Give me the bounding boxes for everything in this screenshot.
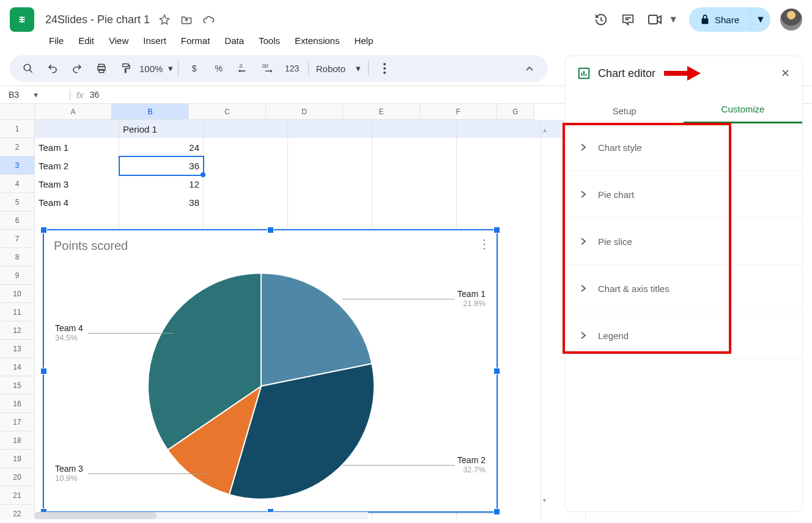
menu-format[interactable]: Format bbox=[175, 33, 216, 48]
tab-setup[interactable]: Setup bbox=[565, 106, 684, 123]
row-header[interactable]: 12 bbox=[0, 321, 35, 340]
cell[interactable] bbox=[457, 138, 541, 157]
row-header[interactable]: 6 bbox=[0, 211, 35, 230]
cell[interactable]: Period 1 bbox=[119, 120, 204, 139]
row-header[interactable]: 13 bbox=[0, 340, 35, 358]
close-editor-icon[interactable]: ✕ bbox=[781, 67, 790, 80]
row-header[interactable]: 9 bbox=[0, 266, 35, 285]
cell[interactable] bbox=[457, 175, 541, 194]
col-header-a[interactable]: A bbox=[35, 104, 112, 120]
decrease-decimal-icon[interactable]: .0 bbox=[231, 59, 256, 78]
vertical-scrollbar[interactable]: ▲ ▼ bbox=[542, 126, 548, 505]
collapse-toolbar-icon[interactable] bbox=[517, 56, 542, 81]
cell[interactable] bbox=[288, 156, 372, 175]
menu-tools[interactable]: Tools bbox=[253, 33, 286, 48]
cell[interactable]: 12 bbox=[119, 175, 204, 194]
menu-insert[interactable]: Insert bbox=[137, 33, 172, 48]
cell[interactable] bbox=[372, 120, 457, 139]
row-header[interactable]: 11 bbox=[0, 303, 35, 321]
cell[interactable] bbox=[372, 211, 457, 230]
name-box[interactable]: B3 ▾ bbox=[0, 86, 64, 103]
name-box-dropdown-icon[interactable]: ▾ bbox=[34, 90, 38, 100]
document-title[interactable]: 24Slides - Pie chart 1 bbox=[42, 11, 153, 29]
cell[interactable] bbox=[288, 211, 372, 230]
cell[interactable] bbox=[204, 193, 288, 212]
cell[interactable] bbox=[372, 138, 457, 157]
row-header[interactable]: 10 bbox=[0, 285, 35, 303]
row-header[interactable]: 3 bbox=[0, 156, 35, 175]
cell[interactable] bbox=[204, 211, 288, 230]
resize-handle[interactable] bbox=[493, 227, 500, 233]
percent-button[interactable]: % bbox=[207, 59, 231, 78]
meet-icon[interactable] bbox=[645, 10, 665, 29]
cell[interactable] bbox=[35, 211, 119, 230]
sheets-logo-icon[interactable] bbox=[10, 7, 34, 32]
chart-menu-icon[interactable]: ⋮ bbox=[478, 236, 490, 251]
cloud-status-icon[interactable] bbox=[199, 10, 218, 29]
cell[interactable] bbox=[457, 120, 541, 139]
row-header[interactable]: 16 bbox=[0, 395, 35, 413]
cell[interactable] bbox=[457, 156, 541, 175]
row-header[interactable]: 15 bbox=[0, 376, 35, 395]
chart-object[interactable]: Points scored ⋮ Team 121.8% Team 232.7% … bbox=[43, 229, 498, 513]
undo-icon[interactable] bbox=[40, 59, 65, 78]
row-header[interactable]: 2 bbox=[0, 138, 35, 156]
cell[interactable]: Team 3 bbox=[35, 175, 119, 194]
resize-handle[interactable] bbox=[493, 368, 500, 375]
menu-file[interactable]: File bbox=[43, 33, 70, 48]
row-header[interactable]: 14 bbox=[0, 358, 35, 376]
menu-edit[interactable]: Edit bbox=[72, 33, 100, 48]
account-avatar[interactable] bbox=[780, 9, 802, 31]
cell[interactable] bbox=[372, 175, 457, 194]
cell[interactable] bbox=[288, 138, 372, 157]
share-button[interactable]: Share bbox=[689, 7, 750, 32]
section-chart-axis-titles[interactable]: Chart & axis titles bbox=[565, 265, 802, 312]
cell[interactable]: 36 bbox=[119, 156, 204, 175]
cell[interactable]: 24 bbox=[119, 138, 204, 157]
section-legend[interactable]: Legend bbox=[565, 312, 802, 359]
row-header[interactable]: 20 bbox=[0, 468, 35, 486]
row-header[interactable]: 17 bbox=[0, 413, 35, 431]
cell[interactable] bbox=[288, 175, 372, 194]
cell[interactable]: Team 2 bbox=[35, 156, 119, 175]
resize-handle[interactable] bbox=[40, 368, 47, 375]
print-icon[interactable] bbox=[89, 59, 114, 78]
cell[interactable] bbox=[204, 120, 288, 139]
menu-help[interactable]: Help bbox=[348, 33, 379, 48]
cell[interactable] bbox=[372, 156, 457, 175]
row-header[interactable]: 19 bbox=[0, 450, 35, 468]
row-header[interactable]: 22 bbox=[0, 505, 35, 519]
cell[interactable] bbox=[35, 120, 119, 139]
paint-format-icon[interactable] bbox=[114, 59, 138, 78]
more-toolbar-icon[interactable] bbox=[372, 59, 397, 78]
menu-view[interactable]: View bbox=[103, 33, 135, 48]
meet-dropdown-icon[interactable]: ▼ bbox=[668, 14, 678, 25]
currency-button[interactable]: $ bbox=[182, 59, 207, 78]
formula-input[interactable]: 36 bbox=[90, 90, 100, 100]
horizontal-scrollbar[interactable] bbox=[34, 512, 368, 519]
row-header[interactable]: 4 bbox=[0, 175, 35, 193]
format-123-button[interactable]: 123 bbox=[280, 59, 304, 78]
row-header[interactable]: 7 bbox=[0, 230, 35, 248]
cell[interactable] bbox=[372, 193, 457, 212]
cell[interactable] bbox=[204, 175, 288, 194]
col-header-d[interactable]: D bbox=[266, 104, 343, 120]
tab-customize[interactable]: Customize bbox=[684, 104, 802, 123]
select-all-corner[interactable] bbox=[0, 104, 35, 120]
col-header-e[interactable]: E bbox=[343, 104, 420, 120]
cell[interactable] bbox=[457, 193, 541, 212]
col-header-c[interactable]: C bbox=[189, 104, 266, 120]
cell[interactable]: 38 bbox=[119, 193, 204, 212]
resize-handle[interactable] bbox=[40, 227, 47, 233]
star-icon[interactable] bbox=[155, 10, 174, 29]
row-header[interactable]: 18 bbox=[0, 431, 35, 450]
section-chart-style[interactable]: Chart style bbox=[565, 124, 802, 171]
cell[interactable]: Team 4 bbox=[35, 193, 119, 212]
cell[interactable] bbox=[204, 156, 288, 175]
menu-extensions[interactable]: Extensions bbox=[289, 33, 345, 48]
cell[interactable] bbox=[288, 120, 372, 139]
move-icon[interactable] bbox=[177, 10, 196, 29]
comments-icon[interactable] bbox=[618, 10, 638, 29]
col-header-b[interactable]: B bbox=[112, 104, 189, 120]
redo-icon[interactable] bbox=[65, 59, 89, 78]
